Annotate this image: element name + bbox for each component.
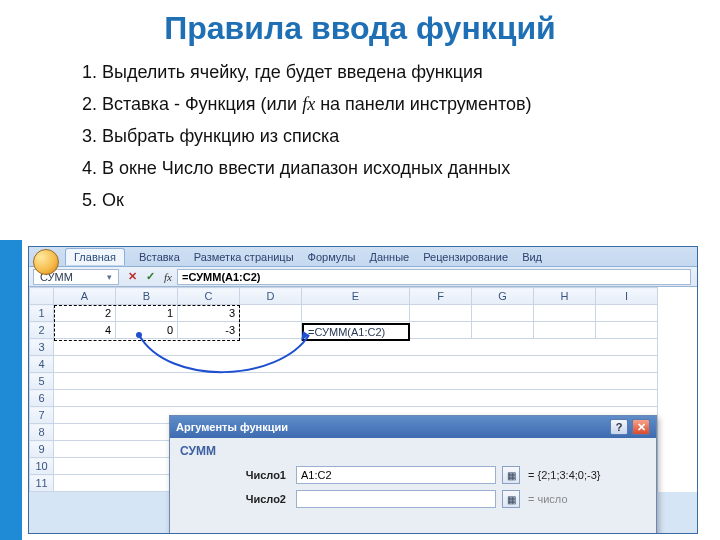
cell[interactable]: -3 xyxy=(178,322,240,339)
cell[interactable] xyxy=(54,373,658,390)
tab-view[interactable]: Вид xyxy=(522,251,542,263)
cell[interactable] xyxy=(534,305,596,322)
cell[interactable] xyxy=(240,322,302,339)
col-header[interactable]: H xyxy=(534,288,596,305)
rule-item: Выбрать функцию из списка xyxy=(102,123,720,151)
row-header[interactable]: 11 xyxy=(30,475,54,492)
col-header[interactable]: B xyxy=(116,288,178,305)
rules-list: Выделить ячейку, где будет введена функц… xyxy=(78,59,720,214)
row-header[interactable]: 7 xyxy=(30,407,54,424)
row-header[interactable]: 5 xyxy=(30,373,54,390)
fx-button[interactable]: fx xyxy=(160,269,176,285)
cell[interactable] xyxy=(596,305,658,322)
function-arguments-dialog: Аргументы функции ? ✕ СУММ Число1 ▦ = {2… xyxy=(169,415,657,534)
tab-formulas[interactable]: Формулы xyxy=(308,251,356,263)
arg-input-2[interactable] xyxy=(296,490,496,508)
cell[interactable] xyxy=(410,322,472,339)
cell[interactable]: 0 xyxy=(116,322,178,339)
row-header[interactable]: 6 xyxy=(30,390,54,407)
rule-item: В окне Число ввести диапазон исходных да… xyxy=(102,155,720,183)
cell[interactable] xyxy=(54,390,658,407)
chevron-down-icon[interactable]: ▾ xyxy=(107,272,112,282)
close-button[interactable]: ✕ xyxy=(632,419,650,435)
office-button[interactable] xyxy=(33,249,59,275)
col-header[interactable]: D xyxy=(240,288,302,305)
argument-row: Число1 ▦ = {2;1;3:4;0;-3} xyxy=(180,466,646,484)
ribbon-tabs: Главная Вставка Разметка страницы Формул… xyxy=(29,247,697,267)
col-header[interactable]: C xyxy=(178,288,240,305)
cell[interactable] xyxy=(472,322,534,339)
col-header[interactable]: I xyxy=(596,288,658,305)
formula-bar-row: СУММ ▾ ✕ ✓ fx =СУММ(A1:C2) xyxy=(29,267,697,287)
formula-input[interactable]: =СУММ(A1:C2) xyxy=(177,269,691,285)
cell[interactable] xyxy=(302,305,410,322)
tab-page-layout[interactable]: Разметка страницы xyxy=(194,251,294,263)
cell[interactable] xyxy=(410,305,472,322)
enter-button[interactable]: ✓ xyxy=(142,269,158,285)
arg-result: = {2;1;3:4;0;-3} xyxy=(528,469,646,481)
excel-window: Главная Вставка Разметка страницы Формул… xyxy=(28,246,698,534)
range-picker-button[interactable]: ▦ xyxy=(502,466,520,484)
cell[interactable] xyxy=(534,322,596,339)
worksheet[interactable]: A B C D E F G H I 1 2 1 3 xyxy=(29,287,697,492)
row-header[interactable]: 9 xyxy=(30,441,54,458)
tab-review[interactable]: Рецензирование xyxy=(423,251,508,263)
tab-home[interactable]: Главная xyxy=(65,248,125,265)
col-header[interactable]: F xyxy=(410,288,472,305)
cancel-button[interactable]: ✕ xyxy=(124,269,140,285)
cell[interactable]: 4 xyxy=(54,322,116,339)
dialog-title: Аргументы функции xyxy=(176,421,288,433)
row-header[interactable]: 4 xyxy=(30,356,54,373)
col-header[interactable]: A xyxy=(54,288,116,305)
arg-label: Число1 xyxy=(180,469,290,481)
col-header[interactable]: G xyxy=(472,288,534,305)
argument-row: Число2 ▦ = число xyxy=(180,490,646,508)
row-header[interactable]: 2 xyxy=(30,322,54,339)
row-header[interactable]: 3 xyxy=(30,339,54,356)
arg-input-1[interactable] xyxy=(296,466,496,484)
cell[interactable]: 1 xyxy=(116,305,178,322)
dialog-titlebar[interactable]: Аргументы функции ? ✕ xyxy=(170,416,656,438)
cell[interactable] xyxy=(54,339,658,356)
col-header[interactable]: E xyxy=(302,288,410,305)
row-header[interactable]: 8 xyxy=(30,424,54,441)
range-picker-button[interactable]: ▦ xyxy=(502,490,520,508)
cell[interactable] xyxy=(302,322,410,339)
rule-item: Выделить ячейку, где будет введена функц… xyxy=(102,59,720,87)
page-title: Правила ввода функций xyxy=(0,10,720,47)
help-button[interactable]: ? xyxy=(610,419,628,435)
cell[interactable] xyxy=(240,305,302,322)
cell[interactable]: 3 xyxy=(178,305,240,322)
tab-insert[interactable]: Вставка xyxy=(139,251,180,263)
cell[interactable]: 2 xyxy=(54,305,116,322)
row-header[interactable]: 10 xyxy=(30,458,54,475)
decorative-stripe xyxy=(0,240,22,540)
arg-label: Число2 xyxy=(180,493,290,505)
rule-item: Вставка - Функция (или fx на панели инст… xyxy=(102,91,720,119)
select-all-corner[interactable] xyxy=(30,288,54,305)
row-header[interactable]: 1 xyxy=(30,305,54,322)
cell[interactable] xyxy=(54,356,658,373)
dialog-function-name: СУММ xyxy=(180,444,646,458)
tab-data[interactable]: Данные xyxy=(369,251,409,263)
cell[interactable] xyxy=(472,305,534,322)
arg-result: = число xyxy=(528,493,646,505)
cell[interactable] xyxy=(596,322,658,339)
rule-item: Ок xyxy=(102,187,720,215)
